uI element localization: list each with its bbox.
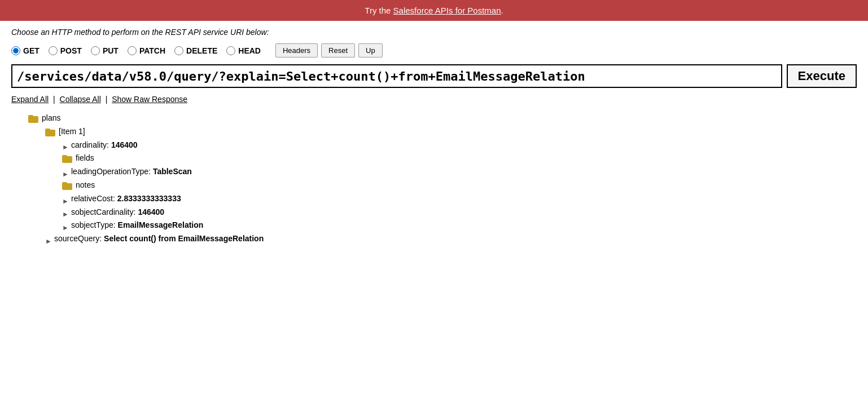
plans-node: plans	[28, 112, 857, 125]
cardinality-arrow-icon: ►	[62, 141, 69, 148]
method-post-radio[interactable]	[49, 46, 58, 55]
source-query-value: Select count() from EmailMessageRelation	[104, 232, 264, 246]
separator-1: |	[53, 95, 58, 104]
method-delete-label: DELETE	[186, 46, 217, 55]
plans-label: plans	[42, 112, 60, 125]
expand-all-link[interactable]: Expand All	[11, 95, 49, 104]
headers-button[interactable]: Headers	[275, 43, 318, 58]
cardinality-key: cardinality:	[71, 139, 109, 152]
fields-label: fields	[76, 152, 94, 165]
source-query-arrow-icon: ►	[45, 236, 52, 242]
banner-text-after: .	[501, 6, 503, 15]
collapse-all-link[interactable]: Collapse All	[60, 95, 101, 104]
method-delete-radio[interactable]	[174, 46, 183, 55]
sobject-cardinality-value: 146400	[138, 206, 164, 219]
notes-folder-icon	[62, 181, 72, 190]
item1-node: [Item 1]	[45, 125, 857, 139]
cardinality-value: 146400	[111, 139, 138, 152]
execute-button[interactable]: Execute	[787, 64, 857, 88]
source-query-node: ► sourceQuery: Select count() from Email…	[45, 232, 857, 246]
source-query-key: sourceQuery:	[54, 232, 102, 246]
sobject-type-arrow-icon: ►	[62, 222, 69, 229]
subtitle-text: Choose an HTTP method to perform on the …	[11, 28, 857, 37]
response-tree: plans [Item 1] ► cardinality: 146400 fie…	[11, 112, 857, 246]
method-row: GET POST PUT PATCH DELETE HEAD Headers R…	[11, 43, 857, 58]
up-button[interactable]: Up	[358, 43, 383, 58]
method-patch-label: PATCH	[139, 46, 165, 55]
sobject-type-node: ► sobjectType: EmailMessageRelation	[62, 219, 857, 232]
method-post[interactable]: POST	[49, 46, 82, 55]
cardinality-node: ► cardinality: 146400	[62, 139, 857, 152]
item1-folder-icon	[45, 127, 55, 136]
method-put-radio[interactable]	[91, 46, 100, 55]
method-delete[interactable]: DELETE	[174, 46, 217, 55]
main-content: Choose an HTTP method to perform on the …	[0, 21, 868, 253]
relative-cost-arrow-icon: ►	[62, 196, 69, 202]
uri-input[interactable]	[11, 64, 782, 88]
sobject-type-value: EmailMessageRelation	[118, 219, 204, 232]
reset-button[interactable]: Reset	[321, 43, 355, 58]
sobject-cardinality-node: ► sobjectCardinality: 146400	[62, 206, 857, 219]
relative-cost-node: ► relativeCost: 2.8333333333333	[62, 192, 857, 206]
fields-node: fields	[62, 152, 857, 165]
promo-banner: Try the Salesforce APIs for Postman.	[0, 0, 868, 21]
method-head[interactable]: HEAD	[226, 46, 261, 55]
banner-link[interactable]: Salesforce APIs for Postman	[393, 6, 501, 15]
method-head-label: HEAD	[238, 46, 261, 55]
method-post-label: POST	[60, 46, 82, 55]
relative-cost-value: 2.8333333333333	[117, 192, 181, 206]
sobject-type-key: sobjectType:	[71, 219, 116, 232]
method-patch-radio[interactable]	[128, 46, 137, 55]
method-get[interactable]: GET	[11, 46, 40, 55]
sobject-cardinality-key: sobjectCardinality:	[71, 206, 135, 219]
method-head-radio[interactable]	[226, 46, 235, 55]
notes-label: notes	[76, 179, 95, 192]
leading-op-key: leadingOperationType:	[71, 165, 151, 179]
response-controls: Expand All | Collapse All | Show Raw Res…	[11, 95, 857, 104]
plans-folder-icon	[28, 114, 38, 123]
relative-cost-key: relativeCost:	[71, 192, 115, 206]
separator-2: |	[106, 95, 110, 104]
item1-label: [Item 1]	[59, 125, 85, 139]
action-buttons: Headers Reset Up	[275, 43, 383, 58]
method-put[interactable]: PUT	[91, 46, 119, 55]
method-get-radio[interactable]	[11, 46, 20, 55]
leading-op-node: ► leadingOperationType: TableScan	[62, 165, 857, 179]
method-get-label: GET	[23, 46, 40, 55]
show-raw-link[interactable]: Show Raw Response	[112, 95, 187, 104]
method-patch[interactable]: PATCH	[128, 46, 165, 55]
leading-op-arrow-icon: ►	[62, 169, 69, 175]
uri-row: Execute	[11, 64, 857, 88]
banner-text-before: Try the	[365, 6, 393, 15]
fields-folder-icon	[62, 154, 72, 163]
notes-node: notes	[62, 179, 857, 192]
sobject-cardinality-arrow-icon: ►	[62, 209, 69, 215]
method-put-label: PUT	[103, 46, 119, 55]
leading-op-value: TableScan	[153, 165, 192, 179]
